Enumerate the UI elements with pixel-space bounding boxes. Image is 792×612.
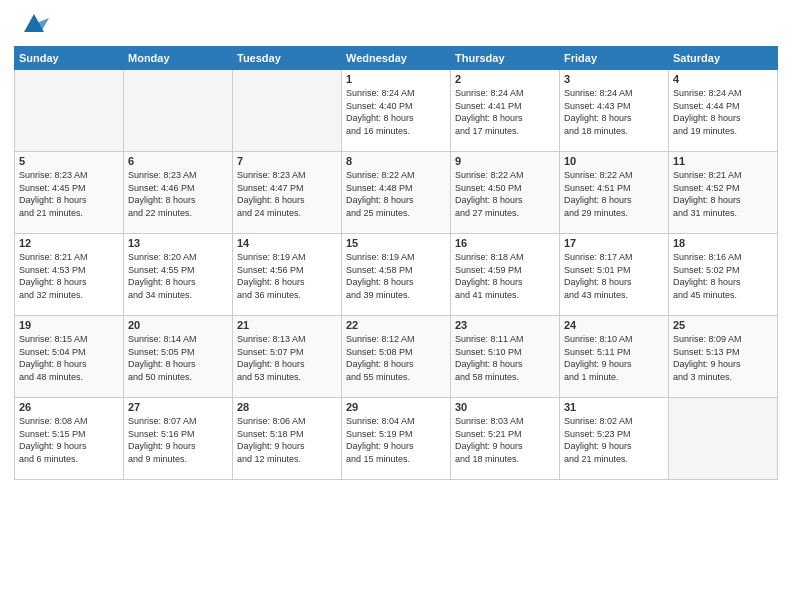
calendar-cell: 24Sunrise: 8:10 AM Sunset: 5:11 PM Dayli… bbox=[560, 316, 669, 398]
day-number: 22 bbox=[346, 319, 446, 331]
calendar-week-5: 26Sunrise: 8:08 AM Sunset: 5:15 PM Dayli… bbox=[15, 398, 778, 480]
day-info: Sunrise: 8:19 AM Sunset: 4:56 PM Dayligh… bbox=[237, 251, 337, 301]
calendar-cell: 21Sunrise: 8:13 AM Sunset: 5:07 PM Dayli… bbox=[233, 316, 342, 398]
day-number: 16 bbox=[455, 237, 555, 249]
day-number: 27 bbox=[128, 401, 228, 413]
weekday-header-saturday: Saturday bbox=[669, 47, 778, 70]
calendar-cell: 22Sunrise: 8:12 AM Sunset: 5:08 PM Dayli… bbox=[342, 316, 451, 398]
calendar-header-row: SundayMondayTuesdayWednesdayThursdayFrid… bbox=[15, 47, 778, 70]
day-info: Sunrise: 8:23 AM Sunset: 4:47 PM Dayligh… bbox=[237, 169, 337, 219]
day-number: 10 bbox=[564, 155, 664, 167]
day-number: 6 bbox=[128, 155, 228, 167]
day-info: Sunrise: 8:10 AM Sunset: 5:11 PM Dayligh… bbox=[564, 333, 664, 383]
day-info: Sunrise: 8:22 AM Sunset: 4:48 PM Dayligh… bbox=[346, 169, 446, 219]
weekday-header-sunday: Sunday bbox=[15, 47, 124, 70]
day-number: 15 bbox=[346, 237, 446, 249]
day-number: 17 bbox=[564, 237, 664, 249]
calendar-cell: 18Sunrise: 8:16 AM Sunset: 5:02 PM Dayli… bbox=[669, 234, 778, 316]
calendar-cell: 19Sunrise: 8:15 AM Sunset: 5:04 PM Dayli… bbox=[15, 316, 124, 398]
calendar-cell: 31Sunrise: 8:02 AM Sunset: 5:23 PM Dayli… bbox=[560, 398, 669, 480]
day-number: 30 bbox=[455, 401, 555, 413]
day-number: 7 bbox=[237, 155, 337, 167]
day-number: 29 bbox=[346, 401, 446, 413]
day-info: Sunrise: 8:09 AM Sunset: 5:13 PM Dayligh… bbox=[673, 333, 773, 383]
calendar-cell: 10Sunrise: 8:22 AM Sunset: 4:51 PM Dayli… bbox=[560, 152, 669, 234]
day-info: Sunrise: 8:23 AM Sunset: 4:45 PM Dayligh… bbox=[19, 169, 119, 219]
calendar-cell: 2Sunrise: 8:24 AM Sunset: 4:41 PM Daylig… bbox=[451, 70, 560, 152]
logo-text bbox=[14, 10, 49, 40]
logo bbox=[14, 10, 49, 40]
day-info: Sunrise: 8:24 AM Sunset: 4:40 PM Dayligh… bbox=[346, 87, 446, 137]
day-info: Sunrise: 8:22 AM Sunset: 4:50 PM Dayligh… bbox=[455, 169, 555, 219]
calendar-week-1: 1Sunrise: 8:24 AM Sunset: 4:40 PM Daylig… bbox=[15, 70, 778, 152]
day-number: 3 bbox=[564, 73, 664, 85]
weekday-header-tuesday: Tuesday bbox=[233, 47, 342, 70]
day-number: 2 bbox=[455, 73, 555, 85]
day-number: 26 bbox=[19, 401, 119, 413]
calendar-cell: 17Sunrise: 8:17 AM Sunset: 5:01 PM Dayli… bbox=[560, 234, 669, 316]
day-info: Sunrise: 8:02 AM Sunset: 5:23 PM Dayligh… bbox=[564, 415, 664, 465]
calendar-cell bbox=[233, 70, 342, 152]
day-info: Sunrise: 8:11 AM Sunset: 5:10 PM Dayligh… bbox=[455, 333, 555, 383]
calendar-cell: 8Sunrise: 8:22 AM Sunset: 4:48 PM Daylig… bbox=[342, 152, 451, 234]
day-number: 21 bbox=[237, 319, 337, 331]
weekday-header-monday: Monday bbox=[124, 47, 233, 70]
calendar-cell bbox=[15, 70, 124, 152]
day-number: 8 bbox=[346, 155, 446, 167]
logo-icon bbox=[19, 10, 49, 40]
day-info: Sunrise: 8:04 AM Sunset: 5:19 PM Dayligh… bbox=[346, 415, 446, 465]
calendar-cell: 11Sunrise: 8:21 AM Sunset: 4:52 PM Dayli… bbox=[669, 152, 778, 234]
day-info: Sunrise: 8:24 AM Sunset: 4:43 PM Dayligh… bbox=[564, 87, 664, 137]
calendar-cell: 25Sunrise: 8:09 AM Sunset: 5:13 PM Dayli… bbox=[669, 316, 778, 398]
day-info: Sunrise: 8:13 AM Sunset: 5:07 PM Dayligh… bbox=[237, 333, 337, 383]
weekday-header-thursday: Thursday bbox=[451, 47, 560, 70]
day-info: Sunrise: 8:19 AM Sunset: 4:58 PM Dayligh… bbox=[346, 251, 446, 301]
calendar-cell: 6Sunrise: 8:23 AM Sunset: 4:46 PM Daylig… bbox=[124, 152, 233, 234]
day-number: 5 bbox=[19, 155, 119, 167]
day-info: Sunrise: 8:22 AM Sunset: 4:51 PM Dayligh… bbox=[564, 169, 664, 219]
day-number: 28 bbox=[237, 401, 337, 413]
day-number: 14 bbox=[237, 237, 337, 249]
day-info: Sunrise: 8:16 AM Sunset: 5:02 PM Dayligh… bbox=[673, 251, 773, 301]
day-number: 24 bbox=[564, 319, 664, 331]
calendar-cell: 7Sunrise: 8:23 AM Sunset: 4:47 PM Daylig… bbox=[233, 152, 342, 234]
day-number: 19 bbox=[19, 319, 119, 331]
calendar-week-3: 12Sunrise: 8:21 AM Sunset: 4:53 PM Dayli… bbox=[15, 234, 778, 316]
calendar-cell: 3Sunrise: 8:24 AM Sunset: 4:43 PM Daylig… bbox=[560, 70, 669, 152]
day-info: Sunrise: 8:14 AM Sunset: 5:05 PM Dayligh… bbox=[128, 333, 228, 383]
calendar-week-2: 5Sunrise: 8:23 AM Sunset: 4:45 PM Daylig… bbox=[15, 152, 778, 234]
day-number: 23 bbox=[455, 319, 555, 331]
day-info: Sunrise: 8:03 AM Sunset: 5:21 PM Dayligh… bbox=[455, 415, 555, 465]
calendar-cell: 20Sunrise: 8:14 AM Sunset: 5:05 PM Dayli… bbox=[124, 316, 233, 398]
calendar-cell: 23Sunrise: 8:11 AM Sunset: 5:10 PM Dayli… bbox=[451, 316, 560, 398]
calendar-cell bbox=[669, 398, 778, 480]
weekday-header-wednesday: Wednesday bbox=[342, 47, 451, 70]
calendar: SundayMondayTuesdayWednesdayThursdayFrid… bbox=[14, 46, 778, 480]
day-info: Sunrise: 8:15 AM Sunset: 5:04 PM Dayligh… bbox=[19, 333, 119, 383]
calendar-cell bbox=[124, 70, 233, 152]
day-info: Sunrise: 8:07 AM Sunset: 5:16 PM Dayligh… bbox=[128, 415, 228, 465]
day-number: 12 bbox=[19, 237, 119, 249]
calendar-cell: 5Sunrise: 8:23 AM Sunset: 4:45 PM Daylig… bbox=[15, 152, 124, 234]
calendar-cell: 13Sunrise: 8:20 AM Sunset: 4:55 PM Dayli… bbox=[124, 234, 233, 316]
calendar-cell: 9Sunrise: 8:22 AM Sunset: 4:50 PM Daylig… bbox=[451, 152, 560, 234]
day-info: Sunrise: 8:08 AM Sunset: 5:15 PM Dayligh… bbox=[19, 415, 119, 465]
day-number: 1 bbox=[346, 73, 446, 85]
day-number: 31 bbox=[564, 401, 664, 413]
day-number: 13 bbox=[128, 237, 228, 249]
header bbox=[14, 10, 778, 40]
calendar-cell: 4Sunrise: 8:24 AM Sunset: 4:44 PM Daylig… bbox=[669, 70, 778, 152]
day-info: Sunrise: 8:21 AM Sunset: 4:52 PM Dayligh… bbox=[673, 169, 773, 219]
day-info: Sunrise: 8:06 AM Sunset: 5:18 PM Dayligh… bbox=[237, 415, 337, 465]
day-number: 9 bbox=[455, 155, 555, 167]
calendar-cell: 15Sunrise: 8:19 AM Sunset: 4:58 PM Dayli… bbox=[342, 234, 451, 316]
calendar-cell: 16Sunrise: 8:18 AM Sunset: 4:59 PM Dayli… bbox=[451, 234, 560, 316]
day-info: Sunrise: 8:23 AM Sunset: 4:46 PM Dayligh… bbox=[128, 169, 228, 219]
calendar-cell: 28Sunrise: 8:06 AM Sunset: 5:18 PM Dayli… bbox=[233, 398, 342, 480]
day-info: Sunrise: 8:18 AM Sunset: 4:59 PM Dayligh… bbox=[455, 251, 555, 301]
calendar-cell: 12Sunrise: 8:21 AM Sunset: 4:53 PM Dayli… bbox=[15, 234, 124, 316]
day-number: 20 bbox=[128, 319, 228, 331]
day-number: 25 bbox=[673, 319, 773, 331]
day-number: 11 bbox=[673, 155, 773, 167]
day-info: Sunrise: 8:12 AM Sunset: 5:08 PM Dayligh… bbox=[346, 333, 446, 383]
